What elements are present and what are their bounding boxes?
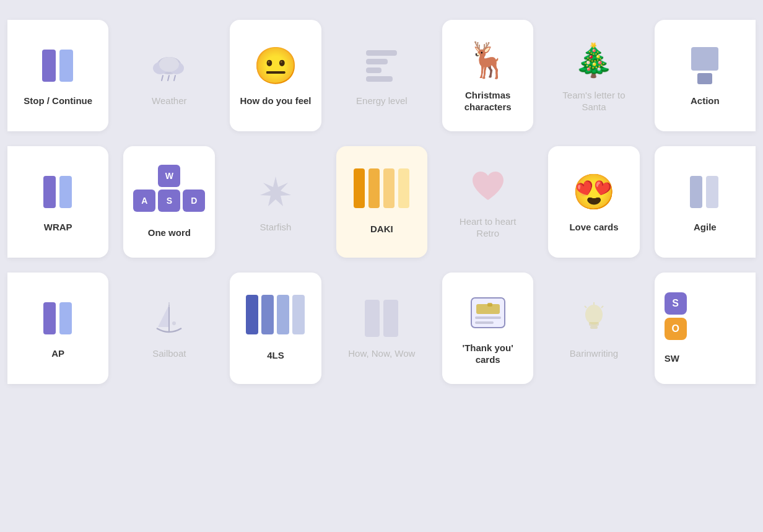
action-icon: [683, 44, 726, 87]
card-energy-level[interactable]: Energy level: [336, 20, 427, 131]
svg-rect-15: [706, 176, 718, 208]
svg-rect-26: [475, 321, 494, 324]
svg-line-31: [585, 306, 586, 308]
energy-icon: [360, 44, 403, 87]
card-how-feel-label: How do you feel: [240, 95, 311, 107]
card-agile[interactable]: Agile: [655, 146, 756, 258]
how-now-wow-icon: [360, 297, 403, 340]
card-grid: Stop / Continue Weather 😐 How do you fee…: [0, 0, 763, 404]
ap-icon: [37, 297, 80, 340]
one-word-icon: W A S D: [133, 165, 205, 212]
svg-rect-12: [59, 176, 72, 208]
svg-marker-13: [260, 177, 291, 206]
svg-rect-16: [43, 302, 56, 334]
sailboat-icon: [147, 297, 191, 340]
card-daki[interactable]: DAKI: [336, 146, 427, 258]
svg-line-7: [168, 76, 169, 81]
card-4ls-label: 4LS: [267, 349, 284, 362]
card-barinwriting[interactable]: Barinwriting: [548, 273, 639, 384]
card-teams-letter[interactable]: 🎄 Team's letter to Santa: [548, 20, 639, 131]
card-ap[interactable]: AP: [7, 273, 108, 384]
svg-point-21: [172, 321, 176, 325]
card-wrap[interactable]: WRAP: [7, 146, 108, 258]
card-how-now-wow[interactable]: How, Now, Wow: [336, 273, 427, 384]
card-barinwriting-label: Barinwriting: [570, 347, 618, 360]
card-energy-label: Energy level: [356, 95, 408, 107]
card-weather[interactable]: Weather: [123, 20, 215, 131]
daki-icon: [360, 168, 403, 208]
svg-rect-24: [487, 303, 492, 307]
svg-point-27: [585, 305, 603, 325]
svg-line-6: [162, 76, 163, 81]
svg-rect-28: [589, 322, 599, 326]
card-one-word[interactable]: W A S D One word: [123, 146, 215, 258]
svg-rect-9: [691, 47, 718, 71]
card-thank-you[interactable]: 'Thank you' cards: [442, 273, 533, 384]
svg-rect-11: [43, 176, 56, 208]
card-weather-label: Weather: [152, 95, 186, 107]
svg-rect-14: [690, 176, 702, 208]
card-love-cards[interactable]: 😍 Love cards: [548, 146, 639, 258]
card-sw-label: SW: [665, 352, 679, 365]
svg-rect-1: [59, 50, 73, 82]
stop-continue-icon: [37, 44, 80, 87]
card-heart-retro[interactable]: Heart to heart Retro: [442, 146, 533, 258]
card-one-word-label: One word: [148, 227, 191, 239]
card-daki-label: DAKI: [370, 223, 393, 235]
card-sailboat[interactable]: Sailboat: [123, 273, 215, 384]
card-agile-label: Agile: [694, 221, 717, 233]
thank-you-icon: [466, 291, 510, 334]
svg-rect-25: [475, 316, 501, 319]
svg-rect-17: [59, 302, 72, 334]
agile-icon: [683, 170, 726, 214]
card-stop-continue[interactable]: Stop / Continue: [7, 20, 108, 131]
svg-marker-18: [158, 305, 169, 327]
sw-icon: S O: [665, 292, 687, 340]
svg-rect-29: [590, 326, 598, 329]
card-action[interactable]: Action: [655, 20, 756, 131]
card-sw[interactable]: S O SW: [655, 273, 756, 384]
card-action-label: Action: [691, 95, 720, 107]
card-4ls[interactable]: 4LS: [230, 273, 321, 384]
card-heart-retro-label: Heart to heart Retro: [452, 216, 523, 240]
card-teams-label: Team's letter to Santa: [558, 89, 629, 113]
svg-line-32: [601, 306, 603, 308]
weather-icon: [147, 44, 191, 87]
heart-retro-icon: [466, 165, 510, 208]
card-sailboat-label: Sailboat: [152, 347, 186, 360]
card-how-do-you-feel[interactable]: 😐 How do you feel: [230, 20, 321, 131]
card-thank-you-label: 'Thank you' cards: [452, 342, 523, 366]
svg-point-5: [159, 57, 179, 72]
card-starfish[interactable]: Starfish: [230, 146, 321, 258]
svg-line-8: [174, 76, 175, 81]
how-feel-icon: 😐: [254, 44, 297, 87]
starfish-icon: [254, 170, 297, 214]
barinwriting-icon: [572, 297, 616, 340]
card-starfish-label: Starfish: [260, 221, 292, 233]
card-stop-continue-label: Stop / Continue: [24, 95, 92, 107]
wrap-icon: [37, 170, 80, 214]
card-christmas-label: Christmas characters: [452, 89, 523, 113]
santa-letter-icon: 🎄: [572, 38, 616, 82]
card-wrap-label: WRAP: [44, 221, 72, 233]
card-love-label: Love cards: [569, 221, 618, 233]
svg-rect-10: [697, 73, 712, 84]
card-christmas-characters[interactable]: 🦌 Christmas characters: [442, 20, 533, 131]
card-how-now-wow-label: How, Now, Wow: [348, 347, 415, 360]
4ls-icon: [254, 295, 297, 334]
christmas-icon: 🦌: [466, 38, 510, 82]
svg-rect-0: [42, 50, 56, 82]
love-cards-icon: 😍: [572, 170, 616, 214]
card-ap-label: AP: [51, 347, 64, 360]
